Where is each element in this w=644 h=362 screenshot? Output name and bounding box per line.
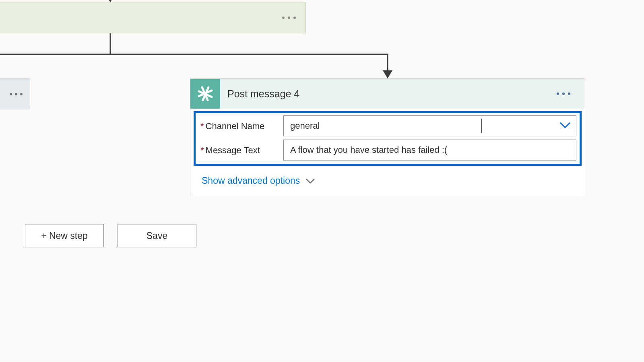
message-text-input[interactable] (283, 140, 576, 160)
chevron-down-icon (305, 178, 315, 184)
channel-name-row: *Channel Name (199, 115, 576, 136)
channel-name-label: *Channel Name (199, 115, 283, 136)
post-message-card: Post message 4 *Channel Name *Message (190, 78, 585, 196)
advanced-options-label: Show advanced options (202, 175, 300, 186)
previous-step-card[interactable] (0, 2, 306, 33)
slack-icon (190, 79, 220, 109)
show-advanced-options[interactable]: Show advanced options (202, 175, 315, 186)
action-card-menu[interactable] (552, 88, 575, 100)
message-text-label: *Message Text (199, 140, 283, 160)
action-card-header[interactable]: Post message 4 (190, 79, 585, 109)
channel-name-input[interactable] (283, 115, 576, 136)
new-step-button[interactable]: + New step (25, 224, 104, 247)
svg-marker-5 (383, 70, 392, 78)
message-text-row: *Message Text (199, 140, 576, 160)
channel-dropdown-chevron-icon[interactable] (559, 121, 571, 130)
previous-step-menu[interactable] (282, 16, 296, 19)
branch-step-menu[interactable] (10, 93, 23, 95)
save-button[interactable]: Save (118, 224, 196, 247)
highlighted-fields: *Channel Name *Message Text (194, 111, 582, 166)
branch-step-card[interactable] (0, 78, 30, 109)
footer-button-row: + New step Save (25, 224, 196, 247)
action-card-title: Post message 4 (227, 88, 299, 100)
